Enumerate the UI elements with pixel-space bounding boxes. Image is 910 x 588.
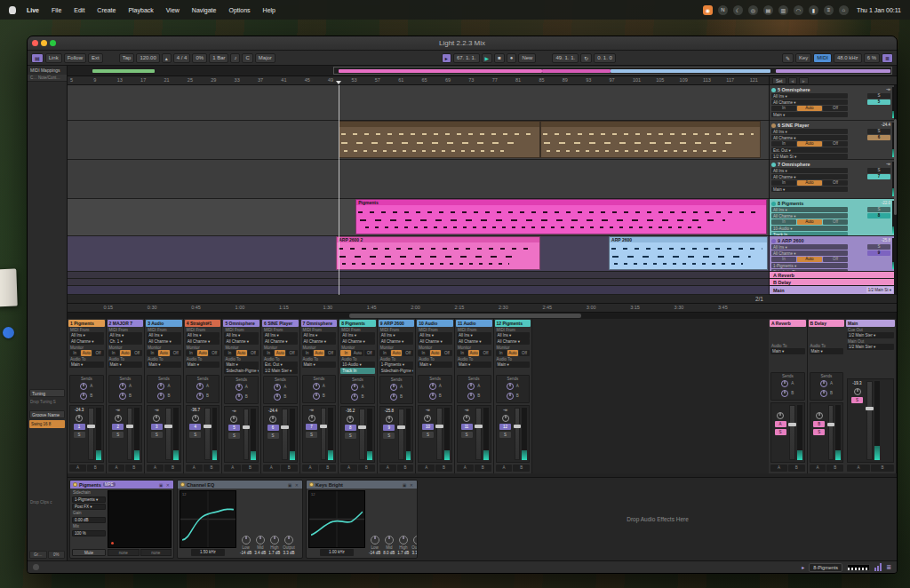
input-channel-chooser[interactable]: All Channe ▾ bbox=[771, 174, 848, 179]
monitor-in[interactable]: In bbox=[496, 350, 507, 356]
groove-item[interactable]: Swing 16 8 bbox=[29, 420, 65, 428]
send-knob-b[interactable] bbox=[781, 390, 788, 397]
strip-routing-chooser[interactable]: All Channe ▾ bbox=[147, 338, 181, 345]
scale-icon[interactable]: ♪ bbox=[230, 53, 240, 63]
track-header[interactable]: 7 OmnisphereAll Ins ▾All Channe ▾InAutoO… bbox=[770, 160, 897, 199]
output-chooser[interactable]: Ext. Out ▾ bbox=[771, 147, 848, 153]
send-knob-a[interactable] bbox=[313, 383, 320, 390]
output-chooser[interactable]: 1-Pigments ▾ bbox=[771, 263, 848, 268]
fader-handle[interactable] bbox=[475, 425, 483, 428]
input-type-chooser[interactable]: All Ins ▾ bbox=[771, 244, 848, 250]
fader-handle[interactable] bbox=[397, 425, 405, 429]
arrangement-marker-icon[interactable]: ▸ bbox=[442, 53, 451, 63]
bar-ruler-lane[interactable]: 5913172125293337414549535761656973778185… bbox=[68, 76, 769, 84]
solo-button[interactable]: S bbox=[422, 432, 434, 438]
strip-name[interactable]: 2 MAJOR 7 bbox=[108, 320, 144, 327]
send-knob-b[interactable] bbox=[119, 393, 126, 400]
monitor-off[interactable]: Off bbox=[209, 350, 220, 356]
loop-start-display[interactable]: 49. 1. 1. bbox=[552, 53, 579, 63]
send-knob-b[interactable] bbox=[429, 393, 436, 400]
strip-routing-chooser[interactable]: Ext. Out ▾ bbox=[263, 362, 298, 368]
status-menu-icon[interactable]: ≣ bbox=[886, 564, 891, 571]
mixer-strip[interactable]: A ReverbAudio ToMain ▾SendsABASAB bbox=[769, 319, 808, 473]
track-number-chip[interactable]: 2 bbox=[112, 424, 124, 430]
monitor-in[interactable]: In bbox=[340, 350, 351, 356]
track-number-chip[interactable]: 5 bbox=[228, 425, 240, 431]
track-lanes[interactable]: PigmentsARP 2600 2ARP 2600 bbox=[68, 85, 769, 295]
strip-routing-chooser[interactable]: Main ▾ bbox=[69, 362, 104, 368]
arrangement-clip[interactable]: ARP 2600 2 bbox=[336, 236, 540, 270]
return-header[interactable]: B Delay bbox=[770, 279, 897, 286]
eq-curve-display[interactable]: 12 bbox=[308, 490, 365, 548]
strip-routing-chooser[interactable]: Main ▾ bbox=[457, 362, 491, 368]
prev-locator-button[interactable]: ◃ bbox=[788, 77, 798, 84]
key-map-button[interactable]: Key bbox=[795, 53, 811, 63]
volume-value[interactable]: -36.7 bbox=[191, 408, 200, 413]
pan-knob[interactable] bbox=[192, 415, 199, 422]
volume-value[interactable]: -25.8 bbox=[385, 409, 394, 414]
mixer-strip[interactable]: 3 AudioMIDI FromAll Ins ▾All Channe ▾Mon… bbox=[145, 319, 184, 473]
main-menu-icon[interactable]: ▤ bbox=[31, 53, 44, 63]
monitor-off[interactable]: Off bbox=[823, 141, 848, 147]
monitor-off[interactable]: Off bbox=[480, 350, 491, 356]
monitor-in[interactable]: In bbox=[69, 350, 80, 356]
monitor-auto[interactable]: Auto bbox=[797, 141, 822, 147]
pan-knob[interactable] bbox=[269, 416, 276, 423]
slot-1[interactable]: none bbox=[108, 549, 140, 556]
eq-knob[interactable] bbox=[385, 536, 394, 544]
track-number-chip[interactable]: 11 bbox=[461, 424, 473, 430]
crossfade-b[interactable]: B bbox=[125, 465, 142, 472]
input-type-chooser[interactable]: All Ins ▾ bbox=[771, 129, 848, 134]
track-number-chip[interactable]: 8 bbox=[345, 425, 356, 431]
device-channel-eq[interactable]: Channel EQ ▣ ✕ 12 1.50 kHz bbox=[177, 480, 303, 559]
strip-routing-chooser[interactable]: All Channe ▾ bbox=[186, 338, 220, 345]
track-number-chip[interactable]: 1 bbox=[74, 424, 85, 430]
crossfade-a[interactable]: A bbox=[847, 465, 870, 472]
send-knob-b[interactable] bbox=[467, 393, 475, 400]
input-type-chooser[interactable]: All Ins ▾ bbox=[771, 168, 848, 173]
crossfade-b[interactable]: B bbox=[87, 465, 104, 472]
fader-handle[interactable] bbox=[126, 425, 134, 428]
crossfade-b[interactable]: B bbox=[242, 465, 259, 472]
return-header[interactable]: A Reverb bbox=[770, 272, 897, 279]
pan-knob[interactable] bbox=[424, 415, 431, 422]
pan-knob[interactable] bbox=[347, 416, 354, 423]
track-number-chip[interactable]: A bbox=[775, 421, 786, 427]
strip-routing-chooser[interactable]: Ch. 1 ▾ bbox=[108, 338, 143, 345]
volume-fader[interactable] bbox=[475, 408, 482, 460]
desktop-notification-badge[interactable] bbox=[3, 327, 14, 338]
menubar-clock[interactable]: Thu 1 Jan 00:11 bbox=[857, 7, 901, 13]
strip-name[interactable]: 8 Pigments bbox=[339, 320, 376, 327]
monitor-in[interactable]: In bbox=[263, 350, 274, 356]
volume-value[interactable]: -∞ bbox=[155, 408, 159, 413]
output-chooser[interactable]: Main ▾ bbox=[771, 187, 848, 192]
track-number-chip[interactable]: B bbox=[813, 421, 825, 427]
volume-value[interactable]: -∞ bbox=[426, 408, 430, 413]
strip-routing-chooser[interactable]: All Ins ▾ bbox=[302, 332, 337, 338]
strip-routing-chooser[interactable]: All Ins ▾ bbox=[418, 332, 452, 338]
new-button[interactable]: New bbox=[518, 53, 536, 63]
crossfade-a[interactable]: A bbox=[457, 465, 474, 472]
solo-button[interactable]: S bbox=[267, 433, 279, 439]
volume-fader[interactable] bbox=[828, 405, 834, 460]
keys-bright-title-bar[interactable]: Keys Bright ▣ ✕ bbox=[307, 481, 417, 489]
pan-knob[interactable] bbox=[816, 412, 823, 419]
plugin-window-placeholder[interactable] bbox=[108, 490, 172, 548]
play-button[interactable]: ▶ bbox=[482, 53, 493, 63]
return-lane[interactable] bbox=[68, 286, 769, 295]
monitor-auto[interactable]: Auto bbox=[314, 350, 324, 356]
monitor-auto[interactable]: Auto bbox=[797, 106, 822, 111]
solo-button[interactable]: S bbox=[499, 432, 511, 438]
volume-value[interactable]: -19.3 bbox=[852, 381, 861, 386]
strip-routing-chooser[interactable]: All Ins ▾ bbox=[496, 332, 531, 338]
monitor-auto[interactable]: Auto bbox=[391, 350, 402, 356]
strip-name[interactable]: A Reverb bbox=[770, 320, 806, 327]
monitor-off[interactable]: Off bbox=[92, 350, 103, 356]
mixer-strip[interactable]: B DelayAudio ToMain ▾SendsABBSAB bbox=[808, 319, 847, 473]
crossfade-b[interactable]: B bbox=[319, 465, 336, 472]
solo-button[interactable]: S bbox=[867, 93, 890, 99]
strip-routing-chooser[interactable]: All Ins ▾ bbox=[69, 332, 104, 338]
monitor-off[interactable]: Off bbox=[442, 350, 452, 356]
solo-button[interactable]: S bbox=[345, 433, 356, 439]
send-knob-a[interactable] bbox=[820, 380, 827, 387]
